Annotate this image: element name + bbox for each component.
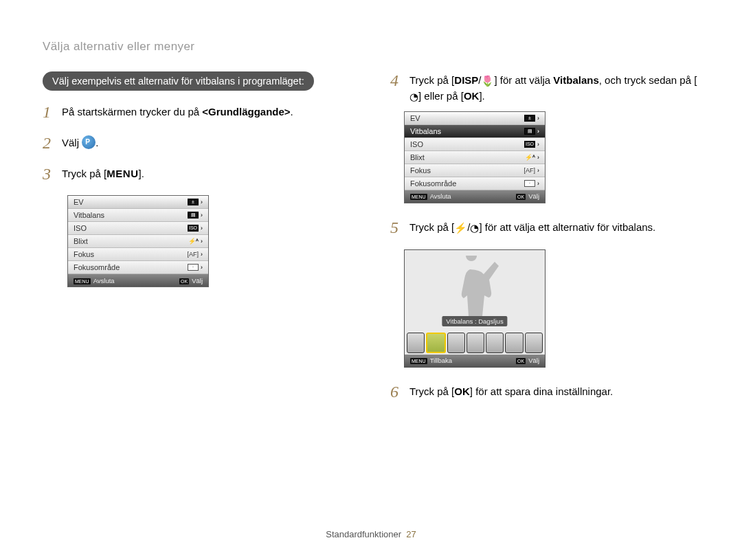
list-item-selected: Vitbalans▤› <box>405 125 545 138</box>
list-item: ISOISO› <box>405 138 545 151</box>
list-item: Fokusområde·› <box>68 261 208 274</box>
ok-button-icon: OK <box>179 278 189 284</box>
timer-icon: ◔ <box>470 221 479 236</box>
silhouette-icon <box>444 256 506 323</box>
step-number: 4 <box>390 69 403 93</box>
step-number: 2 <box>43 131 55 155</box>
ok-button-label: OK <box>464 90 480 102</box>
macro-icon: 🌷 <box>481 74 494 89</box>
wb-option <box>447 333 465 353</box>
menu-footer: MENUAvsluta OKVälj <box>405 190 545 203</box>
menu-button-icon: MENU <box>410 358 427 364</box>
ok-button-icon: OK <box>516 358 526 364</box>
ok-button-icon: OK <box>516 194 526 200</box>
ok-button-label: OK <box>454 385 470 397</box>
menu-footer: MENUAvsluta OKVälj <box>68 274 208 287</box>
menu-button-label: MENU <box>106 168 138 179</box>
list-item: EV±› <box>405 112 545 125</box>
list-item: Blixt⚡ᴬ› <box>68 235 208 248</box>
wb-option <box>466 333 484 353</box>
step-number: 5 <box>390 216 403 240</box>
program-mode-icon <box>82 135 95 149</box>
list-item: Fokus[AF]› <box>68 248 208 261</box>
step-2-text: Välj . <box>62 134 352 150</box>
wb-option-selected <box>426 333 445 353</box>
wb-footer: MENUTillbaka OKVälj <box>405 355 545 367</box>
wb-option <box>525 333 543 353</box>
wb-value-label: Vitbalans : Dagsljus <box>442 316 507 326</box>
flash-icon: ⚡ <box>454 221 467 236</box>
wb-option-strip <box>407 333 543 353</box>
list-item: Blixt⚡ᴬ› <box>405 151 545 164</box>
list-item: Fokus[AF]› <box>405 164 545 177</box>
menu-button-icon: MENU <box>410 194 427 200</box>
page-footer: Standardfunktioner 27 <box>0 529 742 539</box>
wb-option <box>407 333 425 353</box>
disp-button-label: DISP <box>454 74 478 86</box>
list-item: Vitbalans▤› <box>68 209 208 222</box>
step-number: 3 <box>43 162 55 186</box>
list-item: ISOISO› <box>68 222 208 235</box>
menu-screenshot-step3: EV±› Vitbalans▤› ISOISO› Blixt⚡ᴬ› Fokus[… <box>67 195 209 287</box>
wb-option <box>486 333 504 353</box>
wb-option <box>505 333 523 353</box>
menu-screenshot-step4: EV±› Vitbalans▤› ISOISO› Blixt⚡ᴬ› Fokus[… <box>404 111 546 203</box>
step-1-text: På startskärmen trycker du på <Grundlägg… <box>62 103 352 120</box>
list-item: Fokusområde·› <box>405 177 545 190</box>
step-6-text: Tryck på [OK] för att spara dina inställ… <box>409 383 699 399</box>
step-5-text: Tryck på [⚡/◔] för att välja ett alterna… <box>409 219 699 236</box>
timer-icon: ◔ <box>409 89 418 104</box>
list-item: EV±› <box>68 196 208 209</box>
step-3-text: Tryck på [MENU]. <box>62 165 352 181</box>
wb-preview-screenshot: Vitbalans : Dagsljus MENUTillbaka OKVälj <box>404 249 546 368</box>
step-number: 1 <box>43 100 55 124</box>
step-4-text: Tryck på [DISP/🌷] för att välja Vitbalan… <box>409 71 699 104</box>
step-number: 6 <box>390 380 403 404</box>
page-title: Välja alternativ eller menyer <box>43 40 699 54</box>
example-pill: Välj exempelvis ett alternativ för vitba… <box>43 71 314 91</box>
menu-button-icon: MENU <box>74 278 91 284</box>
